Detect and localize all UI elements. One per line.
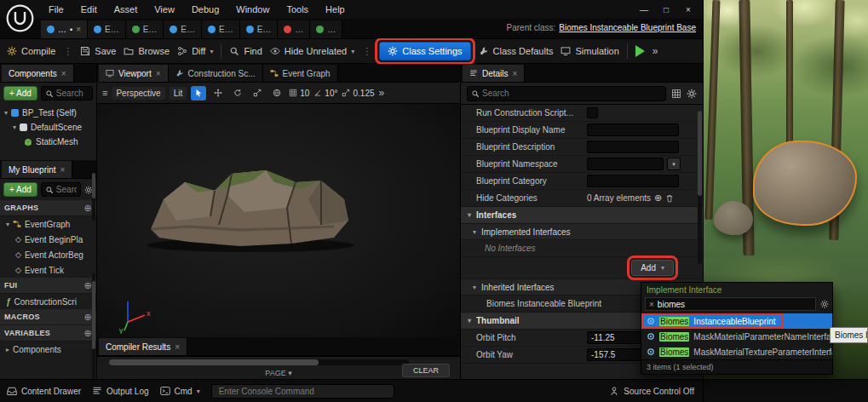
clear-search-icon[interactable]: × — [649, 300, 654, 309]
parent-class-link[interactable]: Biomes Instanceable Blueprint Base — [559, 23, 696, 32]
content-drawer-button[interactable]: Content Drawer — [7, 386, 81, 396]
source-control-button[interactable]: Source Control Off — [609, 386, 694, 396]
tab-viewport[interactable]: Viewport × — [99, 65, 169, 82]
cmd-dropdown[interactable]: Cmd ▾ — [160, 386, 200, 396]
tree-item-static-mesh[interactable]: StaticMesh — [0, 135, 96, 149]
console-command-input[interactable] — [211, 384, 394, 399]
compile-button[interactable]: Compile — [7, 46, 55, 56]
add-graph-icon[interactable]: ⊕ — [83, 203, 92, 214]
add-variable-icon[interactable]: ⊕ — [83, 328, 92, 339]
compile-options-icon[interactable]: ⋮ — [63, 46, 72, 57]
asset-tab[interactable]: E… — [164, 20, 202, 38]
blueprint-namespace-field[interactable] — [587, 158, 664, 170]
grid-snap-control[interactable]: 10 — [289, 89, 309, 98]
details-search-input[interactable] — [482, 89, 662, 98]
menu-asset[interactable]: Asset — [106, 2, 146, 17]
toolbar-options-icon[interactable]: ⋮ — [362, 46, 371, 57]
tab-close-icon[interactable]: × — [513, 69, 518, 78]
close-button[interactable]: × — [679, 5, 698, 14]
unreal-engine-logo-icon[interactable] — [4, 3, 36, 34]
add-interface-button[interactable]: Add ▾ — [631, 260, 674, 276]
details-settings-gear-icon[interactable] — [687, 89, 697, 99]
trash-icon[interactable] — [665, 194, 674, 203]
menu-edit[interactable]: Edit — [73, 2, 105, 17]
display-filter-icon[interactable] — [671, 89, 681, 99]
asset-tab[interactable]: … — [278, 20, 310, 38]
dropdown-item-biomes-instanceable-blueprint[interactable]: BiomesInstanceableBlueprint — [641, 313, 832, 329]
class-settings-button[interactable]: Class Settings — [379, 42, 470, 60]
menu-window[interactable]: Window — [228, 2, 277, 17]
add-macro-icon[interactable]: ⊕ — [83, 312, 92, 323]
list-item-eventgraph[interactable]: ▾ EventGraph — [0, 216, 96, 232]
clear-button[interactable]: CLEAR — [402, 364, 450, 377]
menu-tools[interactable]: Tools — [279, 2, 316, 17]
horizontal-scrollbar[interactable] — [109, 359, 409, 365]
section-variables[interactable]: VARIABLES ⊕ — [0, 325, 96, 342]
asset-tab[interactable]: … — [310, 20, 342, 38]
add-blueprint-item-button[interactable]: + Add — [3, 182, 37, 197]
tab-my-blueprint[interactable]: My Blueprint × — [2, 161, 72, 178]
tab-close-icon[interactable]: × — [60, 165, 66, 175]
play-button[interactable] — [635, 45, 645, 57]
find-button[interactable]: Find — [229, 46, 262, 56]
tree-item-bp-test[interactable]: ▾ BP_Test (Self) — [0, 106, 96, 120]
tab-event-graph[interactable]: Event Graph — [263, 65, 338, 82]
list-item-event-tick[interactable]: ◇ Event Tick — [0, 262, 96, 278]
chevron-down-icon[interactable]: ▾ — [6, 221, 9, 228]
subsection-implemented-interfaces[interactable]: ▾ Implemented Interfaces — [461, 224, 703, 240]
blueprint-category-field[interactable] — [587, 175, 679, 187]
dropdown-item-biomes-mask-material-texture-parameter[interactable]: BiomesMaskMaterialTextureParameterInterf… — [641, 344, 832, 359]
move-tool-button[interactable] — [210, 86, 226, 100]
toolbar-overflow-icon[interactable]: » — [652, 45, 658, 57]
dropdown-search-input[interactable] — [658, 300, 812, 309]
menu-view[interactable]: View — [147, 2, 182, 17]
lit-mode-dropdown[interactable]: Lit — [170, 87, 187, 100]
perspective-dropdown[interactable]: Perspective — [112, 87, 164, 100]
add-array-element-icon[interactable]: ⊕ — [654, 192, 662, 204]
run-construction-script-checkbox[interactable] — [587, 107, 598, 118]
world-local-toggle[interactable] — [269, 86, 285, 100]
minimize-button[interactable]: — — [635, 5, 653, 14]
save-button[interactable]: Save — [80, 46, 116, 56]
selected-rock-mesh[interactable] — [753, 141, 857, 226]
dropdown-item-biomes-mask-material-parameter-name[interactable]: BiomesMaskMaterialParameterNameInterfa — [641, 329, 832, 344]
chevron-down-icon[interactable]: ▾ — [13, 123, 16, 131]
blueprint-display-name-field[interactable] — [587, 123, 679, 136]
output-log-button[interactable]: Output Log — [92, 386, 148, 396]
section-functions[interactable]: FUI ⊕ — [0, 278, 96, 294]
viewport-toolbar-overflow-icon[interactable]: » — [379, 87, 385, 99]
browse-button[interactable]: Browse — [124, 46, 170, 56]
menu-help[interactable]: Help — [318, 2, 353, 17]
asset-tab[interactable]: E… — [202, 20, 240, 38]
blueprint-viewport[interactable]: x y — [97, 104, 460, 337]
scale-tool-button[interactable] — [250, 86, 265, 100]
tab-close-icon[interactable]: × — [76, 25, 81, 34]
tab-construction-script[interactable]: Construction Sc... — [169, 65, 263, 82]
tab-components[interactable]: Components × — [2, 65, 74, 82]
viewport-menu-icon[interactable]: ≡ — [102, 88, 107, 98]
class-defaults-button[interactable]: Class Defaults — [479, 46, 554, 56]
select-tool-button[interactable] — [191, 86, 206, 100]
tree-item-default-scene[interactable]: ▾ DefaultScene — [0, 120, 96, 135]
asset-tab-active[interactable]: … • × — [41, 20, 88, 38]
tab-compiler-results[interactable]: Compiler Results × — [99, 338, 187, 355]
chevron-right-icon[interactable]: ▸ — [6, 346, 9, 353]
add-function-icon[interactable]: ⊕ — [83, 280, 92, 291]
menu-file[interactable]: File — [41, 2, 72, 17]
list-item-event-beginplay[interactable]: ◇ Event BeginPla — [0, 232, 96, 247]
rock-static-mesh[interactable] — [138, 148, 364, 255]
tab-close-icon[interactable]: × — [61, 69, 66, 78]
simulation-button[interactable]: Simulation — [560, 46, 618, 56]
tab-details[interactable]: Details × — [463, 65, 525, 82]
list-item-construction-script[interactable]: ƒ ConstructionScri — [0, 294, 96, 309]
maximize-button[interactable]: □ — [657, 5, 675, 14]
section-graphs[interactable]: GRAPHS ⊕ — [0, 200, 96, 216]
components-scrollbar[interactable] — [92, 173, 95, 221]
asset-tab[interactable]: E… — [240, 20, 279, 38]
blueprint-description-field[interactable] — [587, 141, 679, 153]
components-search-input[interactable] — [56, 89, 89, 98]
dropdown-settings-gear-icon[interactable] — [820, 300, 829, 308]
section-interfaces[interactable]: ▾ Interfaces — [461, 207, 703, 224]
list-item-event-actorbegin[interactable]: ◇ Event ActorBeg — [0, 247, 96, 262]
asset-tab[interactable]: E… — [88, 20, 126, 38]
